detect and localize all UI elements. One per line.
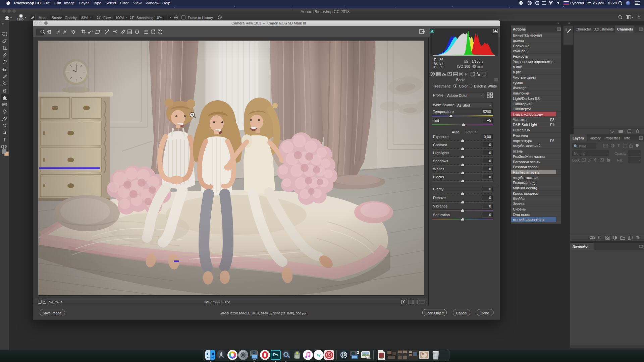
svg-text:fx: fx bbox=[465, 72, 468, 76]
svg-text:3: 3 bbox=[357, 350, 359, 355]
